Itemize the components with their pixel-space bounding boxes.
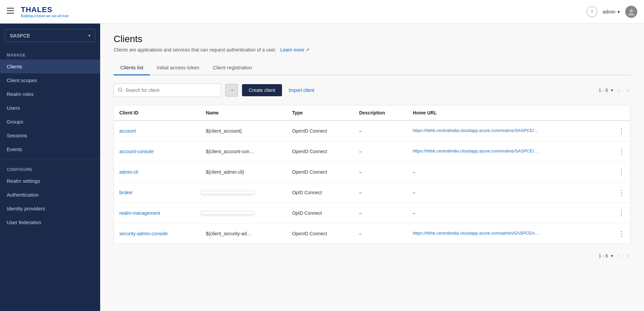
row-actions-cell: ⋮ <box>610 120 630 141</box>
sidebar-item-realm-roles[interactable]: Realm roles <box>0 87 100 101</box>
create-client-button[interactable]: Create client <box>242 84 282 96</box>
home-url-link[interactable]: https://hbhk.centralindia.cloudapp.azure… <box>413 231 540 236</box>
client-description: – <box>354 223 407 244</box>
kebab-menu-button[interactable]: ⋮ <box>615 187 628 198</box>
col-name: Name <box>201 105 287 120</box>
kebab-menu-button[interactable]: ⋮ <box>615 146 628 157</box>
tabs: Clients list Initial access token Client… <box>114 61 631 75</box>
logo: THALES Building a future we can all trus… <box>21 5 69 18</box>
pagination-dropdown-icon-bottom: ▾ <box>611 253 613 258</box>
client-name: ${client_account-con… <box>201 141 287 162</box>
manage-section-label: Manage <box>0 47 100 60</box>
next-button-bottom[interactable]: › <box>625 251 631 261</box>
import-client-button[interactable]: Import client <box>286 84 317 96</box>
sidebar-item-identity-providers[interactable]: Identity providers <box>0 202 100 215</box>
svg-rect-2 <box>7 13 14 14</box>
client-description: – <box>354 162 407 182</box>
actions-bar: → Create client Import client 1 - 6 ▾ ‹ … <box>114 83 631 97</box>
client-type: OpenID Connect <box>287 162 354 182</box>
svg-rect-1 <box>7 10 14 11</box>
user-label: admin <box>603 9 615 14</box>
client-type: OpID Connect <box>287 182 354 203</box>
home-url-link[interactable]: https://hbhk.centralindia.cloudapp.azure… <box>413 128 540 133</box>
kebab-menu-button[interactable]: ⋮ <box>615 126 628 136</box>
client-id-link[interactable]: broker <box>119 190 133 195</box>
sidebar-item-sessions[interactable]: Sessions <box>0 129 100 142</box>
search-input[interactable] <box>125 88 217 93</box>
prev-button-top[interactable]: ‹ <box>616 85 622 95</box>
client-type: OpenID Connect <box>287 141 354 162</box>
table-row: admin-cli${client_admin-cli}OpenID Conne… <box>114 162 630 182</box>
col-actions <box>610 105 630 120</box>
client-type: OpenID Connect <box>287 120 354 141</box>
table-row: account${client_account}OpenID Connect–h… <box>114 120 630 141</box>
kebab-menu-button[interactable]: ⋮ <box>615 228 628 239</box>
nav-divider <box>0 159 100 159</box>
menu-icon[interactable] <box>7 8 14 15</box>
row-actions-cell: ⋮ <box>610 182 630 203</box>
user-dropdown-icon: ▾ <box>617 9 620 14</box>
client-name: ${client_admin-cli} <box>201 162 287 182</box>
client-home-url: – <box>407 162 610 182</box>
table-row: account-console${client_account-con…Open… <box>114 141 630 162</box>
user-menu[interactable]: admin ▾ <box>603 9 620 14</box>
client-name <box>201 203 287 223</box>
help-button[interactable]: ? <box>587 6 597 17</box>
pagination-dropdown-icon-top: ▾ <box>611 88 613 93</box>
realm-name: SASPCE <box>10 33 30 38</box>
sidebar-item-groups[interactable]: Groups <box>0 115 100 129</box>
layout: SASPCE ▾ Manage Clients Client scopes Re… <box>0 24 644 311</box>
tab-clients-list[interactable]: Clients list <box>114 61 150 75</box>
pagination-label-bottom: 1 - 6 <box>599 253 608 258</box>
avatar[interactable] <box>625 6 637 18</box>
tab-initial-access-token[interactable]: Initial access token <box>150 61 206 75</box>
client-id-link[interactable]: account-console <box>119 149 154 154</box>
search-icon <box>118 88 123 93</box>
sidebar-item-events[interactable]: Events <box>0 142 100 156</box>
client-name: ${client_security-ad… <box>201 223 287 244</box>
dropdown-overlay <box>201 191 254 194</box>
sidebar-item-authentication[interactable]: Authentication <box>0 188 100 202</box>
client-description: – <box>354 141 407 162</box>
header: THALES Building a future we can all trus… <box>0 0 644 24</box>
client-id-link[interactable]: account <box>119 128 136 134</box>
col-client-id: Client ID <box>114 105 201 120</box>
sidebar-item-users[interactable]: Users <box>0 101 100 115</box>
search-go-button[interactable]: → <box>225 84 238 97</box>
client-description: – <box>354 203 407 223</box>
col-home-url: Home URL <box>407 105 610 120</box>
sidebar-item-clients[interactable]: Clients <box>0 60 100 73</box>
client-type: OpID Connect <box>287 203 354 223</box>
row-actions-cell: ⋮ <box>610 141 630 162</box>
kebab-menu-button[interactable]: ⋮ <box>615 208 628 218</box>
next-button-top[interactable]: › <box>625 85 631 95</box>
svg-line-6 <box>121 91 122 92</box>
realm-dropdown-icon: ▾ <box>88 33 90 38</box>
client-home-url: https://hbhk.centralindia.cloudapp.azure… <box>407 120 610 141</box>
sidebar-item-user-federation[interactable]: User federation <box>0 215 100 229</box>
learn-more-link[interactable]: Learn more ↗ <box>280 47 310 53</box>
prev-button-bottom[interactable]: ‹ <box>616 251 622 261</box>
table-row: security-admin-console${client_security-… <box>114 223 630 244</box>
client-description: – <box>354 120 407 141</box>
search-container <box>114 83 221 97</box>
row-actions-cell: ⋮ <box>610 203 630 223</box>
sidebar-item-client-scopes[interactable]: Client scopes <box>0 73 100 87</box>
client-id-link[interactable]: realm-management <box>119 210 160 216</box>
external-link-icon: ↗ <box>306 47 310 53</box>
client-home-url: – <box>407 182 610 203</box>
tab-client-registration[interactable]: Client registration <box>206 61 259 75</box>
logo-text: THALES <box>21 5 69 14</box>
client-description: – <box>354 182 407 203</box>
client-id-link[interactable]: admin-cli <box>119 169 138 175</box>
pagination-label-top: 1 - 6 <box>599 88 608 93</box>
col-type: Type <box>287 105 354 120</box>
client-home-url: – <box>407 203 610 223</box>
pagination-top: 1 - 6 ▾ ‹ › <box>599 85 631 95</box>
kebab-menu-button[interactable]: ⋮ <box>615 167 628 177</box>
realm-selector[interactable]: SASPCE ▾ <box>5 29 95 42</box>
client-id-link[interactable]: security-admin-console <box>119 231 168 236</box>
svg-rect-0 <box>7 8 14 9</box>
home-url-link[interactable]: https://hbhk.centralindia.cloudapp.azure… <box>413 148 540 153</box>
sidebar-item-realm-settings[interactable]: Realm settings <box>0 174 100 188</box>
